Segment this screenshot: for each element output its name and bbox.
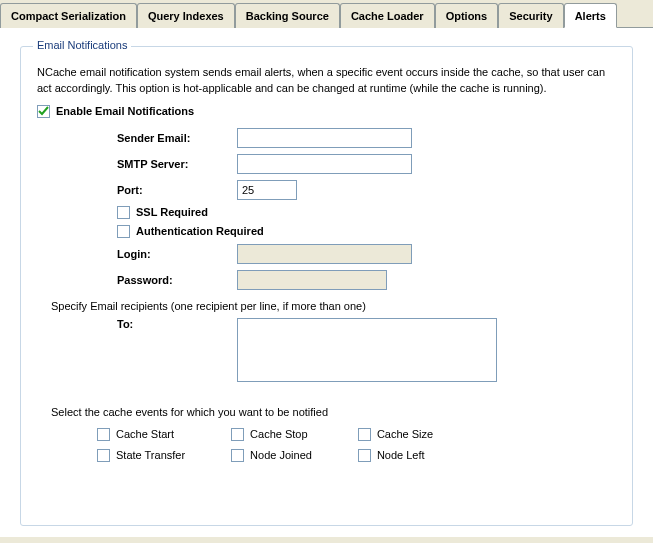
login-label: Login:	[117, 248, 237, 260]
cache-stop-label: Cache Stop	[250, 428, 307, 440]
state-transfer-checkbox[interactable]	[97, 449, 110, 462]
port-label: Port:	[117, 184, 237, 196]
events-hint: Select the cache events for which you wa…	[51, 406, 616, 418]
cache-size-label: Cache Size	[377, 428, 433, 440]
sender-email-label: Sender Email:	[117, 132, 237, 144]
to-label: To:	[117, 318, 237, 330]
ssl-required-label: SSL Required	[136, 206, 208, 218]
tab-bar: Compact Serialization Query Indexes Back…	[0, 0, 653, 28]
events-grid: Cache Start State Transfer Cache Stop No…	[97, 428, 616, 462]
smtp-server-input[interactable]	[237, 154, 412, 174]
ssl-required-checkbox[interactable]	[117, 206, 130, 219]
description-text: NCache email notification system sends e…	[37, 65, 616, 97]
password-label: Password:	[117, 274, 237, 286]
to-textarea[interactable]	[237, 318, 497, 382]
password-input	[237, 270, 387, 290]
tab-security[interactable]: Security	[498, 3, 563, 28]
auth-required-checkbox[interactable]	[117, 225, 130, 238]
node-left-checkbox[interactable]	[358, 449, 371, 462]
sender-email-input[interactable]	[237, 128, 412, 148]
port-input[interactable]	[237, 180, 297, 200]
node-joined-label: Node Joined	[250, 449, 312, 461]
cache-size-checkbox[interactable]	[358, 428, 371, 441]
cache-stop-checkbox[interactable]	[231, 428, 244, 441]
login-input	[237, 244, 412, 264]
tab-compact-serialization[interactable]: Compact Serialization	[0, 3, 137, 28]
smtp-server-label: SMTP Server:	[117, 158, 237, 170]
node-joined-checkbox[interactable]	[231, 449, 244, 462]
cache-start-label: Cache Start	[116, 428, 174, 440]
tab-options[interactable]: Options	[435, 3, 499, 28]
state-transfer-label: State Transfer	[116, 449, 185, 461]
tab-query-indexes[interactable]: Query Indexes	[137, 3, 235, 28]
email-notifications-groupbox: Email Notifications NCache email notific…	[20, 46, 633, 526]
node-left-label: Node Left	[377, 449, 425, 461]
enable-email-checkbox[interactable]	[37, 105, 50, 118]
tab-cache-loader[interactable]: Cache Loader	[340, 3, 435, 28]
enable-email-label: Enable Email Notifications	[56, 105, 194, 117]
alerts-panel: Email Notifications NCache email notific…	[0, 28, 653, 537]
tab-alerts[interactable]: Alerts	[564, 3, 617, 28]
tab-backing-source[interactable]: Backing Source	[235, 3, 340, 28]
auth-required-label: Authentication Required	[136, 225, 264, 237]
recipients-hint: Specify Email recipients (one recipient …	[51, 300, 616, 312]
group-title: Email Notifications	[33, 39, 131, 51]
cache-start-checkbox[interactable]	[97, 428, 110, 441]
